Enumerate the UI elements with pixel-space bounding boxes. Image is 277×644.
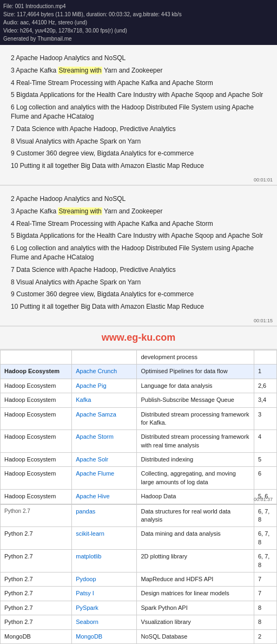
list-item: 4 Real-Time Stream Processing with Apach… — [11, 79, 266, 88]
cell-ecosystem: MongoDB — [1, 629, 72, 643]
cell-tool: Kafka — [72, 393, 137, 407]
table-row: MongoDB MongoDB NoSQL Database 2 — [1, 629, 277, 643]
cell-num: 6 — [254, 467, 276, 490]
cell-num: 8 — [254, 601, 276, 615]
cell-tool: Apache Hive — [72, 490, 137, 504]
table-row: Python 2.7 Pydoop MapReduce and HDFS API… — [1, 572, 277, 586]
tool-link[interactable]: scikit-learn — [76, 530, 104, 537]
tool-link[interactable]: pandas — [76, 508, 95, 515]
cell-num: 2,6 — [254, 379, 276, 393]
cell-tool: Apache Flume — [72, 467, 137, 490]
list-item: 5 Bigdata Applications for the Health Ca… — [11, 231, 266, 240]
cell-desc: Data structures for real world data anal… — [137, 504, 254, 527]
cell-num: 6, 7, 8 — [254, 504, 276, 527]
cell-ecosystem: Hadoop Ecosystem — [1, 430, 72, 453]
tool-link[interactable]: PySpark — [76, 604, 98, 611]
cell-desc: 2D plotting library — [137, 550, 254, 573]
cell-ecosystem: Python 2.7 — [1, 550, 72, 573]
cell-desc: Hadoop Data — [137, 490, 254, 504]
cell-num: 4 — [254, 430, 276, 453]
cell-tool: Apache Crunch — [72, 365, 137, 379]
table-row: Python 2.7 Patsy I Design matrices for l… — [1, 587, 277, 601]
tool-link[interactable]: Apache Hive — [76, 493, 109, 499]
cell-desc: Design matrices for linear models — [137, 587, 254, 601]
cell-desc: Distributed indexing — [137, 453, 254, 467]
cell-tool: PySpark — [72, 601, 137, 615]
cell-desc: Data mining and data analysis — [137, 527, 254, 550]
table-row: Python 2.7 scikit-learn Data mining and … — [1, 527, 277, 550]
cell-num: 7 — [254, 587, 276, 601]
list-item: 6 Log collection and analytics with the … — [11, 103, 266, 121]
cell-desc: Language for data analysis — [137, 379, 254, 393]
cell-tool — [72, 350, 137, 364]
tool-link[interactable]: Apache Samza — [76, 411, 116, 418]
cell-desc: Distributed stream processing framework … — [137, 407, 254, 430]
watermark: www.eg-ku.com — [0, 327, 277, 350]
cell-ecosystem: Hadoop Ecosystem — [1, 379, 72, 393]
table-row: Hadoop Ecosystem Apache Flume Collecting… — [1, 467, 277, 490]
cell-desc: Collecting, aggregating, and moving larg… — [137, 467, 254, 490]
cell-desc: Vsualization library — [137, 615, 254, 629]
curriculum-table: development process Hadoop Ecosystem Apa… — [0, 350, 277, 504]
tool-link[interactable]: Apache Pig — [76, 382, 106, 389]
tool-link[interactable]: Apache Flume — [76, 470, 114, 477]
tool-link[interactable]: MongoDB — [76, 633, 102, 640]
table-row: Hadoop Ecosystem Kafka Publish-Subscribe… — [1, 393, 277, 407]
video-section-1: 2 Apache Hadoop Analytics and NoSQL 3 Ap… — [0, 45, 277, 186]
info-video: Video: h264, yuv420p, 1278x718, 30.00 fp… — [3, 27, 274, 35]
list-item: 8 Visual Analytics with Apache Spark on … — [11, 278, 266, 287]
tool-link[interactable]: Pydoop — [76, 576, 96, 582]
tool-link[interactable]: Apache Solr — [76, 456, 108, 463]
table-row: Hadoop Ecosystem Apache Crunch Optimised… — [1, 365, 277, 379]
list-item: 5 Bigdata Applications for the Health Ca… — [11, 90, 266, 100]
list-item: 8 Visual Analytics with Apache Spark on … — [11, 137, 266, 146]
list-item: 6 Log collection and analytics with the … — [11, 244, 266, 262]
table-section-2: Python 2.7 pandas Data structures for re… — [0, 504, 277, 644]
cell-tool: Apache Pig — [72, 379, 137, 393]
list-item: 3 Apache Kafka Streaming with Yarn and Z… — [11, 66, 266, 75]
highlight-streaming-2: Streaming with — [58, 207, 102, 215]
timestamp-3: 00:01:37 — [254, 497, 273, 502]
cell-tool: pandas — [72, 504, 137, 527]
table-row: Hadoop Ecosystem Apache Storm Distribute… — [1, 430, 277, 453]
cell-ecosystem: Hadoop Ecosystem — [1, 490, 72, 504]
cell-desc: Distributed stream processing framework … — [137, 430, 254, 453]
cell-num: 6, 7, 8 — [254, 527, 276, 550]
video-section-2: 2 Apache Hadoop Analytics and NoSQL 3 Ap… — [0, 186, 277, 327]
cell-desc: Publish-Subscribe Message Queue — [137, 393, 254, 407]
tool-link[interactable]: Patsy I — [76, 590, 94, 596]
cell-ecosystem: Python 2.7 — [1, 504, 72, 527]
tool-link[interactable]: matplotlib — [76, 553, 101, 560]
list-item: 3 Apache Kafka Streaming with Yarn and Z… — [11, 207, 266, 216]
cell-desc: NoSQL Database — [137, 629, 254, 643]
cell-ecosystem — [1, 350, 72, 364]
cell-num: 3,4 — [254, 393, 276, 407]
table-row: Hadoop Ecosystem Apache Hive Hadoop Data… — [1, 490, 277, 504]
list-item: 10 Putting it all together Big Data with… — [11, 161, 266, 171]
info-bar: File: 001 Introduction.mp4 Size: 117,466… — [0, 0, 277, 45]
curriculum-table-2: Python 2.7 pandas Data structures for re… — [0, 504, 277, 644]
list-item: 9 Customer 360 degree view, Bigdata Anal… — [11, 290, 266, 299]
list-item: 4 Real-Time Stream Processing with Apach… — [11, 219, 266, 229]
cell-desc: development process — [137, 350, 254, 364]
cell-ecosystem: Hadoop Ecosystem — [1, 467, 72, 490]
table-row: Hadoop Ecosystem Apache Samza Distribute… — [1, 407, 277, 430]
cell-ecosystem: Hadoop Ecosystem — [1, 365, 72, 379]
cell-tool: Apache Storm — [72, 430, 137, 453]
cell-tool: scikit-learn — [72, 527, 137, 550]
list-item: 7 Data Science with Apache Hadoop, Predi… — [11, 125, 266, 134]
table-row: Python 2.7 Seaborn Vsualization library … — [1, 615, 277, 629]
tool-link[interactable]: Seaborn — [76, 619, 98, 625]
cell-ecosystem: Python 2.7 — [1, 527, 72, 550]
table-row: Hadoop Ecosystem Apache Pig Language for… — [1, 379, 277, 393]
cell-num: 5 — [254, 453, 276, 467]
tool-link-apache-storm[interactable]: Apache Storm — [76, 433, 114, 440]
info-generated: Generated by Thumbnail.me — [3, 35, 274, 43]
cell-desc: Optimised Pipelines for data flow — [137, 365, 254, 379]
tool-link[interactable]: Apache Crunch — [76, 368, 117, 374]
timestamp-1: 00:01:01 — [254, 177, 273, 183]
cell-ecosystem: Hadoop Ecosystem — [1, 407, 72, 430]
cell-ecosystem: Python 2.7 — [1, 615, 72, 629]
tool-link[interactable]: Kafka — [76, 396, 91, 403]
info-audio: Audio: aac, 44100 Hz, stereo (und) — [3, 18, 274, 27]
